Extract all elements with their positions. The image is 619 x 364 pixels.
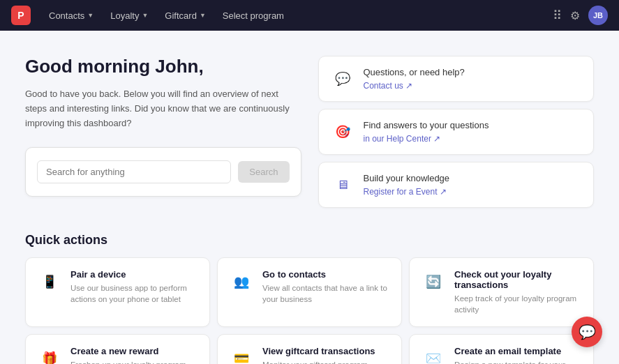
quick-card-reward-title: Create a new reward xyxy=(70,346,198,356)
contacts-icon: 👥 xyxy=(229,269,254,294)
search-input[interactable] xyxy=(37,160,231,183)
gift-icon: 🎁 xyxy=(37,346,62,364)
chevron-down-icon: ▼ xyxy=(87,12,94,19)
quick-card-email-desc: Design a new template for your email cam… xyxy=(454,359,582,364)
quick-card-contacts-title: Go to contacts xyxy=(262,269,390,280)
nav-logo[interactable]: P xyxy=(11,6,31,25)
quick-card-pair-desc: Use our business app to perform actions … xyxy=(70,282,198,305)
quick-card-reward-desc: Freshen up your loyalty program xyxy=(70,359,198,364)
search-box: Search xyxy=(25,147,301,197)
help-card-helpcenter-title: Find answers to your questions xyxy=(364,120,583,130)
quick-actions-section: Quick actions 📱 Pair a device Use our bu… xyxy=(25,233,594,364)
email-icon: ✉️ xyxy=(421,346,446,364)
giftcard-icon: 💳 xyxy=(229,346,254,364)
greeting-subtitle: Good to have you back. Below you will fi… xyxy=(25,87,301,130)
chevron-down-icon: ▼ xyxy=(200,12,206,19)
help-card-event-title: Build your knowledge xyxy=(364,173,583,183)
quick-card-pair-device[interactable]: 📱 Pair a device Use our business app to … xyxy=(25,257,210,327)
nav-contacts[interactable]: Contacts ▼ xyxy=(42,6,100,25)
grid-icon[interactable]: ⠿ xyxy=(553,8,562,23)
nav-right: ⠿ ⚙ JB xyxy=(553,6,608,25)
nav-loyalty[interactable]: Loyalty ▼ xyxy=(103,6,155,25)
help-card-contact[interactable]: 💬 Questions, or need help? Contact us ↗ xyxy=(318,56,595,102)
help-card-helpcenter[interactable]: 🎯 Find answers to your questions in our … xyxy=(318,109,595,155)
chat-icon: 💬 xyxy=(330,66,355,91)
quick-card-loyalty-title: Check out your loyalty transactions xyxy=(454,269,582,290)
quick-card-contacts-desc: View all contacts that have a link to yo… xyxy=(262,282,390,305)
avatar[interactable]: JB xyxy=(588,6,608,25)
quick-card-email[interactable]: ✉️ Create an email template Design a new… xyxy=(409,334,594,364)
nav-left: P Contacts ▼ Loyalty ▼ Giftcard ▼ Select… xyxy=(11,6,291,25)
search-button[interactable]: Search xyxy=(238,161,289,183)
nav-select-program[interactable]: Select program xyxy=(216,6,291,25)
greeting-title: Good morning John, xyxy=(25,56,301,77)
quick-card-giftcard[interactable]: 💳 View giftcard transactions Monitor you… xyxy=(217,334,402,364)
loyalty-icon: 🔄 xyxy=(421,269,446,294)
left-panel: Good morning John, Good to have you back… xyxy=(25,56,301,197)
quick-card-loyalty-desc: Keep track of your loyalty program activ… xyxy=(454,293,582,315)
chat-bubble-button[interactable]: 💬 xyxy=(572,317,602,347)
contact-us-link[interactable]: Contact us ↗ xyxy=(364,81,413,91)
device-icon: 📱 xyxy=(37,269,62,294)
top-section: Good morning John, Good to have you back… xyxy=(25,56,594,208)
quick-card-giftcard-title: View giftcard transactions xyxy=(262,346,390,356)
quick-card-reward[interactable]: 🎁 Create a new reward Freshen up your lo… xyxy=(25,334,210,364)
chevron-down-icon: ▼ xyxy=(142,12,148,19)
quick-card-email-title: Create an email template xyxy=(454,346,582,356)
help-card-contact-title: Questions, or need help? xyxy=(364,67,583,77)
help-cards: 💬 Questions, or need help? Contact us ↗ … xyxy=(318,56,595,208)
navbar: P Contacts ▼ Loyalty ▼ Giftcard ▼ Select… xyxy=(0,0,619,31)
gear-icon[interactable]: ⚙ xyxy=(570,9,580,22)
help-card-event[interactable]: 🖥 Build your knowledge Register for a Ev… xyxy=(318,162,595,208)
quick-card-pair-title: Pair a device xyxy=(70,269,198,280)
monitor-icon: 🖥 xyxy=(330,172,355,197)
nav-giftcard[interactable]: Giftcard ▼ xyxy=(158,6,212,25)
quick-card-contacts[interactable]: 👥 Go to contacts View all contacts that … xyxy=(217,257,402,327)
quick-card-loyalty-tx[interactable]: 🔄 Check out your loyalty transactions Ke… xyxy=(409,257,594,327)
helpcenter-link[interactable]: in our Help Center ↗ xyxy=(364,134,441,144)
event-link[interactable]: Register for a Event ↗ xyxy=(364,187,447,197)
quick-actions-title: Quick actions xyxy=(25,233,594,248)
main-content: Good morning John, Good to have you back… xyxy=(0,31,619,364)
target-icon: 🎯 xyxy=(330,119,355,144)
quick-card-giftcard-desc: Monitor your giftcard program activity xyxy=(262,359,390,364)
quick-actions-grid: 📱 Pair a device Use our business app to … xyxy=(25,257,594,364)
